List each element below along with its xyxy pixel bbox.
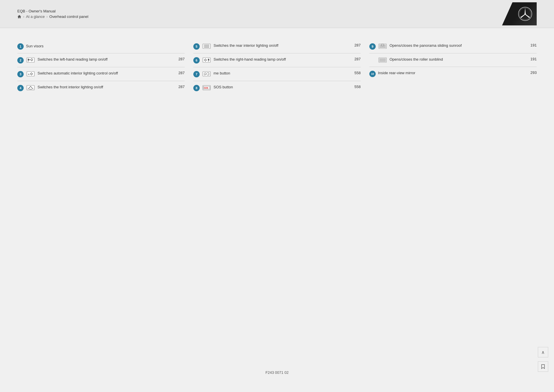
list-item: 2 Switches the left-hand reading lamp on…	[17, 53, 185, 67]
logo-area	[502, 2, 537, 25]
item-number-5: 5	[193, 43, 200, 50]
items-grid: 1 Sun visors 2	[17, 40, 537, 95]
item-number-1: 1	[17, 43, 24, 50]
item-number-6: 6	[193, 57, 200, 64]
item-page-4: 287	[176, 85, 185, 89]
column-3: 9 Opens/closes the panorama sliding sunr…	[369, 40, 537, 95]
sos-button-icon: SOS	[202, 85, 211, 91]
list-item: 9 Opens/closes the panorama sliding sunr…	[369, 40, 537, 53]
item-page-3: 287	[176, 71, 185, 75]
list-item: Opens/closes the roller sunblind 191	[369, 53, 537, 67]
header-right	[502, 2, 537, 25]
item-page-6: 287	[352, 57, 361, 61]
item-number-10: 10	[369, 71, 376, 77]
item-label-8: SOS button	[214, 85, 350, 90]
breadcrumb: › At a glance › Overhead control panel	[17, 14, 88, 19]
item-number-4: 4	[17, 85, 24, 91]
main-content: 1 Sun visors 2	[0, 28, 554, 106]
home-icon[interactable]	[17, 15, 21, 19]
svg-rect-3	[27, 58, 34, 62]
item-page-8: 558	[352, 85, 361, 89]
list-item: 4 Switches the front interior lighting o…	[17, 81, 185, 95]
item-label-9: Opens/closes the panorama sliding sunroo…	[390, 43, 526, 48]
item-number-9: 9	[369, 43, 376, 50]
rear-interior-icon	[202, 43, 211, 49]
svg-text:SOS: SOS	[204, 87, 208, 89]
item-page-roller-sunblind: 191	[528, 57, 537, 61]
item-page-2: 287	[176, 57, 185, 61]
breadcrumb-current-page: Overhead control panel	[49, 14, 88, 19]
header: EQB - Owner's Manual › At a glance › Ove…	[0, 0, 554, 28]
breadcrumb-at-a-glance[interactable]: At a glance	[26, 14, 45, 19]
item-label-sun-visors: Sun visors	[26, 44, 185, 49]
scroll-up-button[interactable]: ∧	[538, 347, 548, 357]
mercedes-logo	[518, 7, 532, 21]
item-label-5: Switches the rear interior lighting on/o…	[214, 43, 350, 48]
breadcrumb-separator-1: ›	[23, 15, 24, 19]
item-label-6: Switches the right-hand reading lamp on/…	[214, 57, 350, 62]
footer: F243 0071 02	[0, 370, 554, 375]
item-page-10: 293	[528, 70, 537, 75]
list-item: 7 me button 558	[193, 67, 361, 81]
list-item: 3 A Switches automatic interior lighting…	[17, 67, 185, 81]
item-label-2: Switches the left-hand reading lamp on/o…	[38, 57, 174, 62]
roller-sunblind-icon	[378, 57, 387, 63]
front-interior-icon	[26, 85, 35, 91]
svg-rect-29	[203, 72, 210, 76]
column-1: 1 Sun visors 2	[17, 40, 185, 95]
item-number-8: 8	[193, 85, 200, 91]
breadcrumb-separator-2: ›	[46, 15, 48, 19]
reading-lamp-right-icon	[202, 57, 211, 63]
item-number-3: 3	[17, 71, 24, 77]
panorama-sunroof-icon	[378, 43, 387, 49]
item-label-4: Switches the front interior lighting on/…	[38, 85, 174, 90]
item-label-7: me button	[214, 71, 350, 76]
list-item: 8 SOS SOS button 558	[193, 81, 361, 95]
item-label-3: Switches automatic interior lighting con…	[38, 71, 174, 76]
item-page-9: 191	[528, 43, 537, 47]
item-page-5: 287	[352, 43, 361, 47]
document-id: F243 0071 02	[265, 370, 289, 375]
app-title: EQB - Owner's Manual	[17, 9, 88, 13]
item-page-7: 558	[352, 71, 361, 75]
column-2: 5 Switches the rear interior lighting on…	[193, 40, 361, 95]
list-item: 5 Switches the rear interior lighting on…	[193, 40, 361, 53]
list-item: 10 Inside rear-view mirror 293	[369, 67, 537, 81]
item-label-10: Inside rear-view mirror	[378, 70, 526, 76]
me-button-icon	[202, 71, 211, 77]
svg-point-2	[525, 13, 526, 15]
item-number-7: 7	[193, 71, 200, 77]
header-left: EQB - Owner's Manual › At a glance › Ove…	[17, 9, 88, 19]
list-item: 6 Switches the right-hand reading lamp o…	[193, 53, 361, 67]
item-label-roller-sunblind: Opens/closes the roller sunblind	[390, 57, 526, 62]
reading-lamp-left-icon	[26, 57, 35, 63]
item-number-2: 2	[17, 57, 24, 64]
svg-text:A: A	[28, 73, 30, 76]
section-header-sun-visors: 1 Sun visors	[17, 40, 185, 53]
bookmark-button[interactable]	[538, 361, 548, 372]
auto-interior-icon: A	[26, 71, 35, 77]
